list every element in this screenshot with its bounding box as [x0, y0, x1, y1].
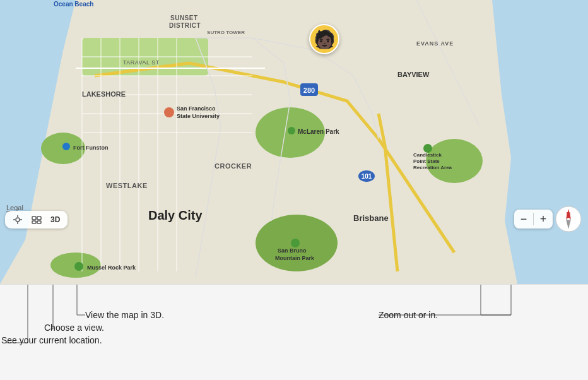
- svg-text:CROCKER: CROCKER: [215, 162, 252, 170]
- svg-text:Mussel Rock Park: Mussel Rock Park: [87, 264, 136, 271]
- svg-text:Brisbane: Brisbane: [353, 213, 389, 223]
- svg-rect-47: [37, 221, 41, 223]
- svg-text:SUTRO TOWER: SUTRO TOWER: [207, 30, 245, 35]
- svg-text:San Francisco: San Francisco: [177, 105, 216, 112]
- annotation-3d: View the map in 3D.: [85, 310, 164, 320]
- zoom-in-button[interactable]: +: [534, 210, 553, 229]
- svg-text:280: 280: [303, 86, 315, 94]
- map-view-button[interactable]: [29, 213, 44, 226]
- svg-text:EVANS AVE: EVANS AVE: [416, 40, 454, 47]
- svg-point-27: [423, 144, 432, 153]
- location-button[interactable]: [10, 213, 25, 226]
- svg-text:LAKESHORE: LAKESHORE: [82, 90, 126, 98]
- map-controls: 3D: [5, 211, 68, 229]
- svg-rect-46: [32, 221, 36, 223]
- svg-text:McLaren Park: McLaren Park: [298, 128, 339, 135]
- svg-text:DISTRICT: DISTRICT: [169, 22, 201, 29]
- svg-text:WESTLAKE: WESTLAKE: [106, 182, 148, 189]
- zoom-controls: − +: [514, 210, 553, 229]
- annotation-location: See your current location.: [1, 335, 102, 345]
- svg-text:San Bruno: San Bruno: [278, 247, 307, 254]
- svg-point-39: [16, 218, 20, 222]
- svg-text:SUNSET: SUNSET: [170, 15, 198, 21]
- svg-text:Fort Funston: Fort Funston: [73, 145, 109, 151]
- svg-text:Ocean Beach: Ocean Beach: [54, 1, 93, 8]
- svg-text:N: N: [567, 211, 571, 217]
- svg-text:Recreation Area: Recreation Area: [413, 165, 452, 170]
- map-area[interactable]: 280 101 Ocean Beach SUNSET DISTRICT SUTR…: [0, 0, 588, 284]
- svg-text:BAYVIEW: BAYVIEW: [397, 71, 430, 78]
- svg-text:Candlestick: Candlestick: [413, 152, 442, 158]
- svg-point-19: [164, 107, 174, 117]
- svg-text:State University: State University: [177, 113, 220, 119]
- compass-button[interactable]: N: [555, 206, 582, 232]
- svg-text:Mountain Park: Mountain Park: [275, 255, 315, 261]
- svg-point-34: [291, 239, 300, 247]
- svg-text:101: 101: [362, 173, 372, 180]
- svg-rect-44: [32, 217, 36, 220]
- svg-text:TARAVAL ST: TARAVAL ST: [123, 59, 160, 66]
- svg-point-37: [74, 262, 83, 271]
- svg-rect-45: [37, 217, 41, 220]
- 3d-button[interactable]: 3D: [48, 214, 62, 225]
- svg-text:Daly City: Daly City: [148, 208, 203, 222]
- svg-text:Point State: Point State: [413, 158, 440, 164]
- annotation-zoom: Zoom out or in.: [379, 310, 438, 320]
- zoom-out-button[interactable]: −: [514, 210, 533, 229]
- map-type-button-group: 3D: [5, 211, 68, 229]
- annotation-area: See your current location. Choose a view…: [0, 284, 588, 380]
- svg-point-24: [62, 143, 70, 150]
- annotation-view: Choose a view.: [44, 323, 104, 333]
- user-avatar: 🧑🏿: [309, 24, 339, 54]
- svg-point-22: [288, 127, 295, 134]
